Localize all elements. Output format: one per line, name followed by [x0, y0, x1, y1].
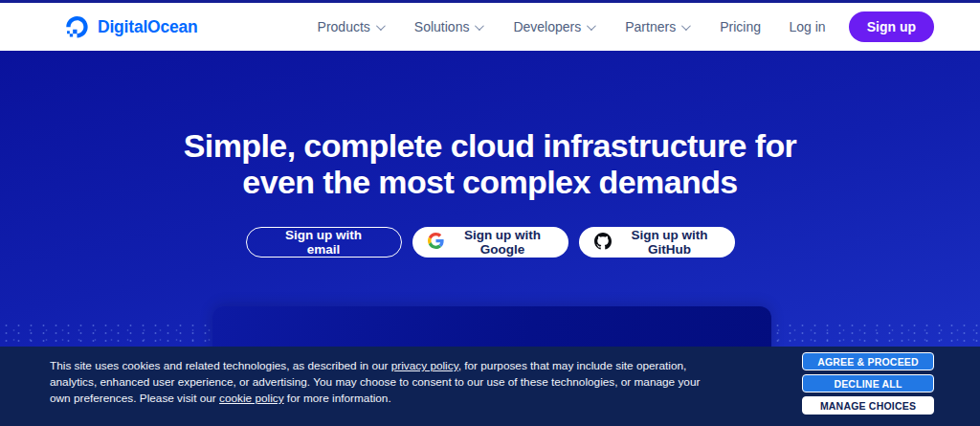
- hero-heading-line1: Simple, complete cloud infrastructure fo…: [184, 127, 796, 164]
- digitalocean-logo-icon: [65, 15, 89, 39]
- cookie-banner-buttons: AGREE & PROCEED DECLINE ALL MANAGE CHOIC…: [802, 352, 934, 415]
- nav-item-products[interactable]: Products: [318, 19, 383, 34]
- nav-item-label: Partners: [625, 19, 676, 34]
- main-nav: Products Solutions Developers Partners P…: [318, 19, 761, 34]
- google-icon: [428, 233, 444, 252]
- hero-heading-line2: even the most complex demands: [242, 164, 737, 200]
- nav-item-pricing[interactable]: Pricing: [720, 19, 761, 34]
- signup-button[interactable]: Sign up: [849, 11, 934, 42]
- brand-name: DigitalOcean: [98, 17, 198, 37]
- signup-github-button[interactable]: Sign up with GitHub: [579, 227, 735, 258]
- chevron-down-icon: [681, 21, 691, 31]
- login-link[interactable]: Log in: [790, 19, 826, 34]
- privacy-policy-link[interactable]: privacy policy,: [391, 359, 461, 372]
- nav-item-developers[interactable]: Developers: [513, 19, 593, 34]
- hero-signup-buttons: Sign up with email Sign up with Google S…: [0, 227, 980, 258]
- digitalocean-logo[interactable]: DigitalOcean: [65, 15, 198, 39]
- decline-all-button[interactable]: DECLINE ALL: [802, 374, 934, 392]
- hero-heading: Simple, complete cloud infrastructure fo…: [0, 127, 980, 200]
- cookie-text-segment: This site uses cookies and related techn…: [50, 359, 391, 372]
- navbar-actions: Log in Sign up: [790, 11, 934, 42]
- agree-proceed-button[interactable]: AGREE & PROCEED: [802, 352, 934, 370]
- nav-item-label: Developers: [513, 19, 581, 34]
- chevron-down-icon: [376, 21, 386, 31]
- signup-google-button[interactable]: Sign up with Google: [412, 227, 568, 258]
- top-navbar: DigitalOcean Products Solutions Develope…: [0, 3, 980, 51]
- nav-item-label: Solutions: [414, 19, 470, 34]
- nav-item-label: Pricing: [720, 19, 761, 34]
- cookie-policy-link[interactable]: cookie policy: [219, 392, 284, 405]
- nav-item-label: Products: [318, 19, 370, 34]
- signup-google-label: Sign up with Google: [453, 228, 553, 257]
- github-icon: [594, 233, 612, 253]
- signup-email-button[interactable]: Sign up with email: [246, 227, 402, 258]
- nav-item-solutions[interactable]: Solutions: [414, 19, 482, 34]
- chevron-down-icon: [475, 21, 484, 31]
- manage-choices-button[interactable]: MANAGE CHOICES: [802, 396, 934, 415]
- cookie-consent-banner: This site uses cookies and related techn…: [0, 347, 980, 426]
- page-top-edge: [0, 0, 980, 3]
- signup-github-label: Sign up with GitHub: [620, 228, 720, 257]
- chevron-down-icon: [587, 21, 596, 31]
- cookie-text-segment: for more information.: [284, 392, 391, 405]
- nav-item-partners[interactable]: Partners: [625, 19, 688, 34]
- cookie-consent-text: This site uses cookies and related techn…: [50, 358, 712, 407]
